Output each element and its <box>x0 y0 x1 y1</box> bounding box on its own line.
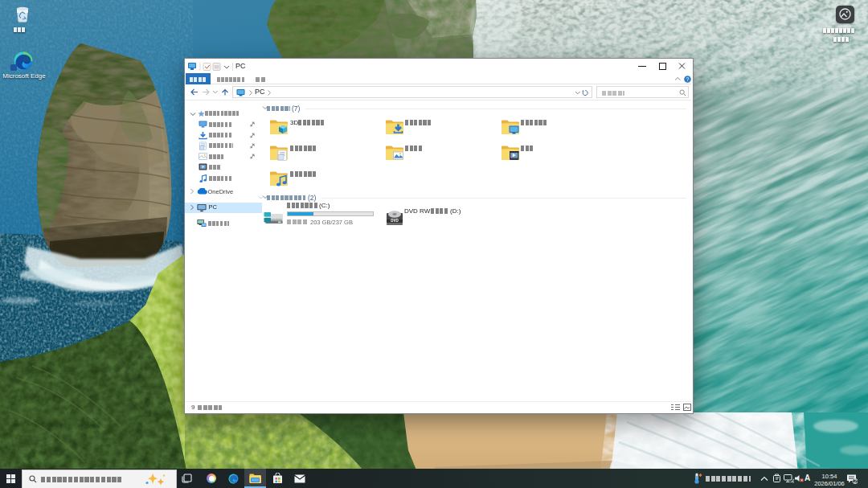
svg-text:2: 2 <box>854 478 857 484</box>
svg-text:?: ? <box>686 76 690 82</box>
svg-text:DVD: DVD <box>391 219 399 223</box>
